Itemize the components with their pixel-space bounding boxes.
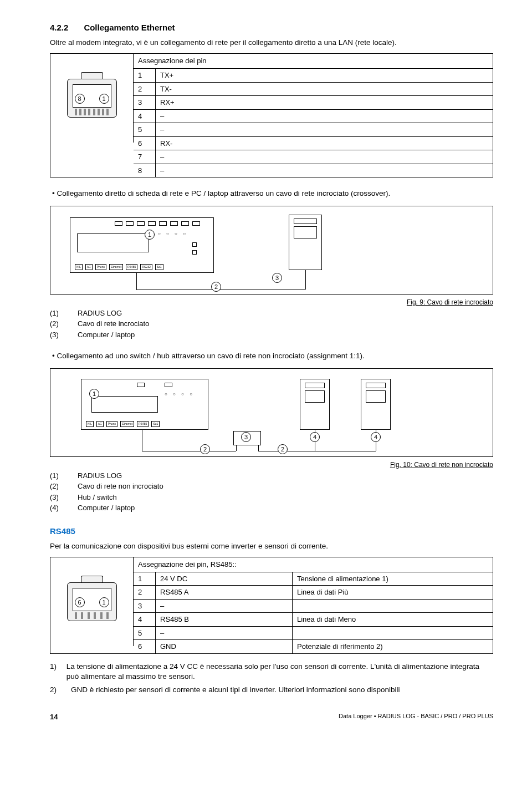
rs485-pin-table: Assegnazione dei pin, RS485:: 124 V DCTe… (134, 557, 493, 653)
doc-title: Data Logger • RADIUS LOG - BASIC / PRO /… (339, 712, 493, 722)
footnotes: 1)La tensione di alimentazione a 24 V CC… (50, 662, 493, 695)
section-heading: 4.2.2 Collegamento Ethernet (50, 22, 493, 33)
figure-10: ○ ○ ○ ○ N LACPhoneEthernetRS485So1 1 2 3… (50, 368, 493, 457)
section-number: 4.2.2 (50, 22, 68, 33)
rj45-figure: 8 1 (50, 54, 134, 143)
callout-4a: 4 (310, 432, 320, 442)
rj45-icon: 8 1 (67, 79, 117, 118)
pin-table-header: Assegnazione dei pin, RS485:: (134, 557, 493, 572)
ethernet-pinout: 8 1 Assegnazione dei pin 1TX+ 2TX- 3RX+ … (50, 53, 493, 177)
callout-3: 3 (241, 432, 251, 442)
section-title: Collegamento Ethernet (84, 22, 175, 33)
callout-2b: 2 (278, 444, 288, 454)
fig9-legend: (1)RADIUS LOG (2)Cavo di rete incrociato… (50, 308, 493, 341)
callout-2a: 2 (200, 444, 210, 454)
pc-2 (361, 379, 391, 430)
bullet-switch: Collegamento ad uno switch / hub attrave… (50, 351, 493, 361)
pin-right-num: 1 (99, 597, 109, 607)
fig10-legend: (1)RADIUS LOG (2)Cavo di rete non incroc… (50, 470, 493, 514)
radius-log-device: ○ ○ ○ ○ N LACPhoneEthernetRS485RS232So1 (70, 217, 214, 273)
callout-4b: 4 (371, 432, 381, 442)
figure-9: ○ ○ ○ ○ N LACPhoneEthernetRS485RS232So1 … (50, 206, 493, 295)
bullet-crossover: Collegamento diretto di scheda di rete e… (50, 189, 493, 199)
pin-right-num: 1 (99, 94, 109, 104)
callout-1: 1 (145, 230, 155, 240)
rs485-pinout: 6 1 Assegnazione dei pin, RS485:: 124 V … (50, 557, 493, 654)
rj11-icon: 6 1 (67, 582, 117, 621)
rs485-heading: RS485 (50, 526, 493, 537)
fig10-caption: Fig. 10: Cavo di rete non incrociato (50, 460, 493, 469)
callout-2: 2 (211, 282, 221, 292)
pin-left-num: 8 (75, 94, 85, 104)
radius-log-device: ○ ○ ○ ○ N LACPhoneEthernetRS485So1 (81, 379, 208, 430)
pc-device (289, 215, 322, 270)
intro-text: Oltre al modem integrato, vi è un colleg… (50, 38, 493, 48)
rs485-desc: Per la comunicazione con dispositivi bus… (50, 541, 493, 551)
page-footer: 14 Data Logger • RADIUS LOG - BASIC / PR… (50, 712, 493, 722)
callout-3: 3 (272, 273, 282, 283)
rj11-figure: 6 1 (50, 557, 134, 646)
fig9-caption: Fig. 9: Cavo di rete incrociato (50, 298, 493, 307)
pin-left-num: 6 (75, 597, 85, 607)
page-number: 14 (50, 712, 58, 722)
ethernet-pin-table: Assegnazione dei pin 1TX+ 2TX- 3RX+ 4– 5… (134, 54, 493, 177)
pin-table-header: Assegnazione dei pin (134, 54, 493, 69)
callout-1: 1 (89, 389, 99, 399)
pc-1 (300, 379, 330, 430)
